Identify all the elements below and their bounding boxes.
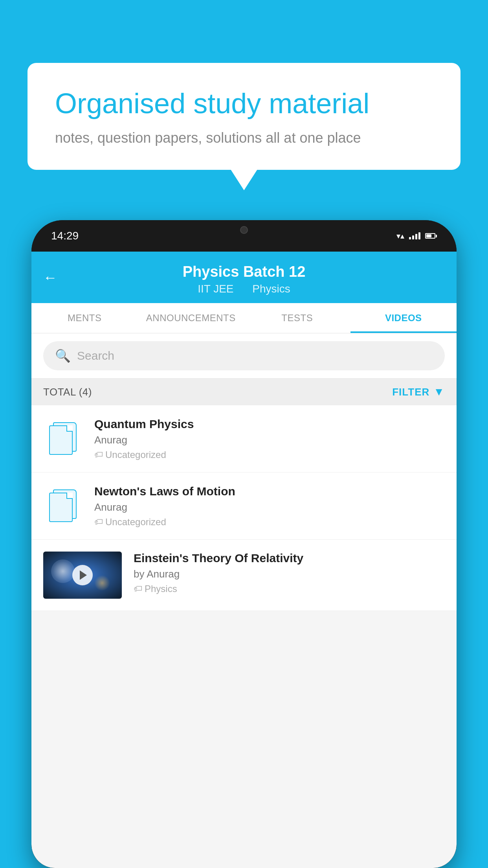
tag-label: Uncategorized <box>105 449 166 460</box>
file-icon-container <box>43 484 83 528</box>
tag-icon: 🏷 <box>94 517 103 527</box>
tab-tests[interactable]: TESTS <box>244 303 350 333</box>
search-input[interactable]: Search <box>77 349 114 362</box>
video-tag: 🏷 Physics <box>134 583 445 594</box>
header-subtitle-part1: IIT JEE <box>198 283 233 295</box>
list-item[interactable]: Einstein's Theory Of Relativity by Anura… <box>31 540 457 611</box>
tag-icon: 🏷 <box>134 584 142 594</box>
notch <box>220 220 268 240</box>
file-icon <box>49 489 77 523</box>
play-button[interactable] <box>72 565 93 585</box>
battery-icon <box>425 233 437 239</box>
video-author: by Anurag <box>134 568 445 580</box>
tab-videos[interactable]: VIDEOS <box>350 303 457 333</box>
video-author: Anurag <box>94 501 445 513</box>
phone-frame: 14:29 ▾▴ ← <box>31 220 457 868</box>
video-title: Quantum Physics <box>94 417 445 431</box>
search-container: 🔍 Search <box>31 333 457 379</box>
tab-ments[interactable]: MENTS <box>31 303 138 333</box>
status-bar: 14:29 ▾▴ <box>31 220 457 252</box>
signal-icon <box>409 232 420 239</box>
wifi-icon: ▾▴ <box>396 231 404 241</box>
filter-bar: TOTAL (4) FILTER ▼ <box>31 379 457 405</box>
bubble-subtitle: notes, question papers, solutions all at… <box>55 130 433 146</box>
video-tag: 🏷 Uncategorized <box>94 517 445 528</box>
tag-label: Uncategorized <box>105 517 166 528</box>
phone-screen: ← Physics Batch 12 IIT JEE Physics MENTS… <box>31 252 457 868</box>
video-title: Einstein's Theory Of Relativity <box>134 552 445 565</box>
header-title: Physics Batch 12 <box>47 263 441 280</box>
file-icon-container <box>43 417 83 460</box>
video-thumbnail <box>43 552 122 599</box>
filter-label: FILTER <box>392 386 429 398</box>
video-tag: 🏷 Uncategorized <box>94 449 445 460</box>
camera <box>240 226 248 234</box>
search-bar[interactable]: 🔍 Search <box>43 341 445 370</box>
status-time: 14:29 <box>51 230 79 242</box>
tag-icon: 🏷 <box>94 450 103 460</box>
file-icon <box>49 422 77 456</box>
video-info: Einstein's Theory Of Relativity by Anura… <box>134 552 445 594</box>
search-icon: 🔍 <box>55 348 71 363</box>
header-subtitle-part2: Physics <box>252 283 290 295</box>
header-subtitle: IIT JEE Physics <box>47 283 441 295</box>
video-info: Newton's Laws of Motion Anurag 🏷 Uncateg… <box>94 485 445 528</box>
app-header: ← Physics Batch 12 IIT JEE Physics <box>31 252 457 303</box>
bubble-title: Organised study material <box>55 86 433 120</box>
list-item[interactable]: Quantum Physics Anurag 🏷 Uncategorized <box>31 405 457 473</box>
filter-icon: ▼ <box>433 386 445 398</box>
play-icon <box>80 570 87 580</box>
filter-button[interactable]: FILTER ▼ <box>392 386 445 398</box>
total-count: TOTAL (4) <box>43 386 92 398</box>
speech-bubble-container: Organised study material notes, question… <box>28 63 460 170</box>
video-title: Newton's Laws of Motion <box>94 485 445 498</box>
video-list: Quantum Physics Anurag 🏷 Uncategorized <box>31 405 457 611</box>
tabs-bar: MENTS ANNOUNCEMENTS TESTS VIDEOS <box>31 303 457 333</box>
list-item[interactable]: Newton's Laws of Motion Anurag 🏷 Uncateg… <box>31 473 457 540</box>
status-icons: ▾▴ <box>396 231 437 241</box>
video-author: Anurag <box>94 434 445 446</box>
video-info: Quantum Physics Anurag 🏷 Uncategorized <box>94 417 445 460</box>
speech-bubble: Organised study material notes, question… <box>28 63 460 170</box>
tab-announcements[interactable]: ANNOUNCEMENTS <box>138 303 244 333</box>
back-button[interactable]: ← <box>43 269 57 286</box>
tag-label: Physics <box>145 583 177 594</box>
